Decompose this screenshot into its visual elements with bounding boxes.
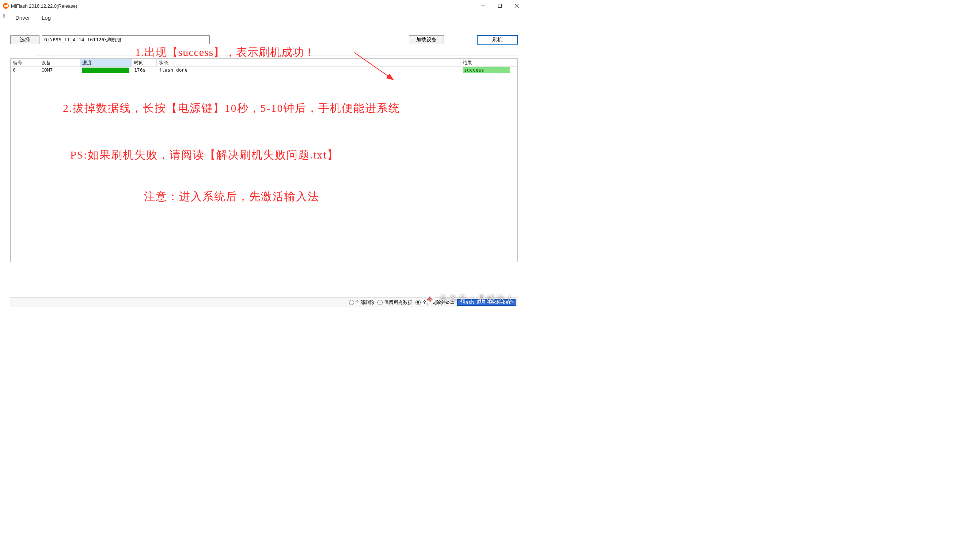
col-header-result[interactable]: 结果: [460, 59, 517, 67]
menu-driver[interactable]: Driver: [9, 13, 36, 22]
radio-save-user-data[interactable]: 保留所有数据: [377, 299, 413, 306]
menu-log[interactable]: Log: [36, 13, 57, 22]
list-header: 编号 设备 进度 时间 状态 结果: [11, 59, 517, 67]
radio-label: 全部删除: [355, 299, 374, 306]
window-title: MiFlash 2016.12.22.0(Release): [11, 3, 475, 9]
titlebar: mi MiFlash 2016.12.22.0(Release): [0, 0, 528, 12]
flash-script-field[interactable]: flash_all_lock.bat: [457, 299, 515, 306]
col-header-status[interactable]: 状态: [157, 59, 460, 67]
cell-progress: [80, 67, 132, 74]
cell-status: flash done: [157, 67, 460, 74]
flash-button[interactable]: 刷机: [477, 35, 518, 45]
progress-bar-icon: [82, 68, 129, 73]
svg-line-5: [354, 53, 393, 80]
close-button[interactable]: [508, 1, 525, 11]
app-window: mi MiFlash 2016.12.22.0(Release) Driver …: [0, 0, 528, 307]
menubar-grip-icon: [3, 14, 5, 22]
cell-result: success: [460, 67, 517, 74]
radio-label: 全部删除并lock: [422, 299, 454, 306]
path-input[interactable]: [42, 36, 210, 44]
minimize-button[interactable]: [475, 1, 492, 11]
radio-clean-all-and-lock[interactable]: 全部删除并lock: [416, 299, 454, 306]
radio-icon: [349, 300, 354, 305]
arrow-icon: [353, 50, 397, 87]
load-devices-button[interactable]: 加载设备: [409, 36, 444, 44]
device-list: 编号 设备 进度 时间 状态 结果 0 COM7 176s flash done…: [10, 59, 518, 262]
col-header-progress[interactable]: 进度: [80, 59, 132, 67]
select-button[interactable]: 选择: [10, 36, 39, 44]
svg-rect-1: [498, 5, 502, 8]
maximize-button[interactable]: [492, 1, 508, 11]
success-badge: success: [463, 67, 510, 73]
toolbar: 选择 加载设备 刷机: [0, 24, 528, 48]
table-row[interactable]: 0 COM7 176s flash done success: [11, 67, 517, 74]
cell-device: COM7: [39, 67, 80, 74]
radio-clean-all[interactable]: 全部删除: [349, 299, 374, 306]
cell-index: 0: [11, 67, 39, 74]
menubar: Driver Log: [0, 12, 528, 24]
col-header-time[interactable]: 时间: [132, 59, 157, 67]
col-header-device[interactable]: 设备: [39, 59, 80, 67]
radio-label: 保留所有数据: [384, 299, 413, 306]
status-bar: 全部删除 保留所有数据 全部删除并lock flash_all_lock.bat: [10, 297, 518, 307]
col-header-index[interactable]: 编号: [11, 59, 39, 67]
radio-icon: [416, 300, 421, 305]
radio-icon: [377, 300, 383, 305]
editor-caret-bar: [36, 48, 518, 56]
app-icon: mi: [3, 3, 9, 9]
window-controls: [475, 1, 525, 11]
cell-time: 176s: [132, 67, 157, 74]
